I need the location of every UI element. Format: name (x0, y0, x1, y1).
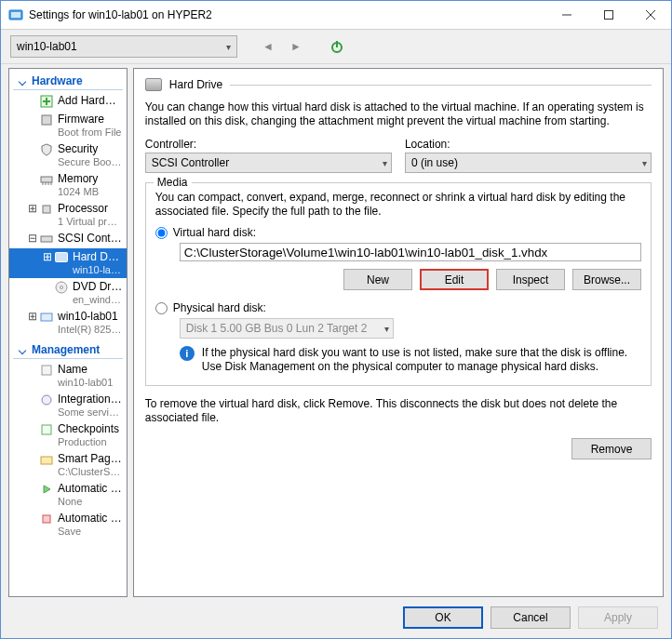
detail-panel: Hard Drive You can change how this virtu… (133, 68, 664, 597)
power-icon[interactable] (327, 36, 347, 57)
chevron-down-icon: ▾ (642, 158, 647, 168)
checkpoint-icon (39, 422, 54, 437)
node-smart-paging[interactable]: Smart Paging File LocationC:\ClusterStor… (9, 450, 127, 480)
vhd-radio[interactable] (155, 227, 168, 239)
location-select[interactable]: 0 (in use)▾ (405, 153, 652, 173)
services-icon (39, 393, 54, 407)
chevron-down-icon: ▾ (383, 158, 387, 168)
inspect-button[interactable]: Inspect (496, 269, 565, 290)
maximize-button[interactable] (587, 1, 629, 29)
node-dvd-drive[interactable]: DVD Driveen_windows_10_business_editi... (9, 278, 127, 308)
vhd-path-input[interactable] (180, 243, 641, 261)
svg-marker-27 (44, 486, 50, 493)
node-hard-drive[interactable]: ⊞ Hard Drivewin10-lab01_disk_1.vhdx (9, 248, 127, 278)
section-management[interactable]: Management (13, 339, 123, 359)
minimize-button[interactable] (545, 1, 587, 29)
node-add-hardware[interactable]: Add Hardware (9, 92, 127, 111)
new-button[interactable]: New (343, 269, 412, 290)
info-icon: i (180, 346, 195, 361)
expand-icon[interactable]: ⊞ (26, 310, 39, 323)
stop-icon (39, 512, 54, 526)
svg-point-21 (60, 286, 63, 289)
node-auto-stop[interactable]: Automatic Stop ActionSave (9, 510, 127, 539)
svg-rect-11 (42, 115, 51, 125)
svg-rect-17 (43, 206, 50, 213)
controller-icon (39, 232, 54, 246)
body: Hardware Add Hardware FirmwareBoot from … (1, 64, 671, 597)
node-firmware[interactable]: FirmwareBoot from File (9, 111, 127, 140)
edit-button[interactable]: Edit (420, 269, 489, 290)
disc-icon (54, 280, 69, 295)
chevron-down-icon: ▾ (384, 324, 389, 334)
add-icon (39, 94, 54, 109)
panel-title: Hard Drive (169, 78, 222, 91)
node-scsi-controller[interactable]: ⊟ SCSI Controller (9, 230, 127, 248)
svg-point-24 (42, 395, 51, 405)
window-title: Settings for win10-lab01 on HYPER2 (29, 8, 545, 21)
folder-icon (39, 452, 54, 467)
settings-window: Settings for win10-lab01 on HYPER2 win10… (0, 0, 672, 639)
cancel-button[interactable]: Cancel (491, 606, 571, 629)
titlebar: Settings for win10-lab01 on HYPER2 (1, 1, 671, 30)
memory-icon (39, 172, 54, 187)
media-legend: Media (154, 176, 192, 189)
vm-selector[interactable]: win10-lab01 ▾ (10, 35, 237, 58)
physical-info-text: If the physical hard disk you want to us… (202, 346, 641, 374)
controller-select[interactable]: SCSI Controller▾ (145, 153, 392, 173)
ok-button[interactable]: OK (403, 606, 483, 629)
physical-radio[interactable] (155, 302, 168, 314)
location-label: Location: (405, 138, 652, 151)
node-network-adapter[interactable]: ⊞ win10-lab01Intel(R) 82574L Gigabit Net… (9, 308, 127, 338)
vhd-radio-label: Virtual hard disk: (173, 226, 256, 239)
svg-rect-12 (41, 177, 52, 182)
node-processor[interactable]: ⊞ Processor1 Virtual processor (9, 200, 127, 230)
shield-icon (39, 142, 54, 157)
node-name[interactable]: Namewin10-lab01 (9, 361, 127, 391)
chip-icon (39, 113, 54, 127)
node-memory[interactable]: Memory1024 MB (9, 170, 127, 200)
svg-rect-23 (42, 366, 51, 375)
node-integration-services[interactable]: Integration ServicesSome services offere… (9, 391, 127, 420)
vm-selector-value: win10-lab01 (17, 40, 77, 53)
svg-rect-25 (42, 425, 51, 434)
svg-rect-22 (41, 313, 52, 321)
hard-drive-icon (145, 78, 162, 91)
collapse-icon[interactable]: ⊟ (26, 232, 39, 245)
browse-button[interactable]: Browse... (572, 269, 641, 290)
controller-label: Controller: (145, 138, 392, 151)
settings-tree: Hardware Add Hardware FirmwareBoot from … (8, 68, 128, 597)
start-icon (39, 482, 54, 497)
panel-intro: You can change how this virtual hard dis… (145, 100, 652, 128)
svg-rect-3 (604, 11, 612, 20)
media-group: Media You can compact, convert, expand, … (145, 182, 652, 386)
media-desc: You can compact, convert, expand, merge,… (155, 191, 641, 219)
physical-disk-select: Disk 1 5.00 GB Bus 0 Lun 2 Target 2▾ (180, 318, 394, 339)
nic-icon (39, 310, 54, 325)
tag-icon (39, 363, 54, 378)
physical-radio-label: Physical hard disk: (173, 301, 266, 314)
dialog-footer: OK Cancel Apply (1, 597, 671, 638)
svg-rect-18 (41, 236, 52, 242)
hard-drive-icon (54, 250, 69, 265)
expand-icon[interactable]: ⊞ (41, 250, 54, 263)
close-button[interactable] (629, 1, 671, 29)
expand-icon[interactable]: ⊞ (26, 202, 39, 215)
remove-text: To remove the virtual hard disk, click R… (145, 397, 652, 425)
cpu-icon (39, 202, 54, 217)
svg-rect-1 (11, 12, 20, 18)
node-checkpoints[interactable]: CheckpointsProduction (9, 420, 127, 450)
svg-rect-26 (41, 457, 52, 464)
app-icon (8, 7, 23, 22)
nav-forward-button[interactable]: ► (286, 36, 306, 57)
section-hardware[interactable]: Hardware (13, 71, 123, 90)
node-security[interactable]: SecuritySecure Boot enabled (9, 140, 127, 170)
svg-rect-28 (43, 515, 50, 523)
apply-button: Apply (578, 606, 658, 629)
node-auto-start[interactable]: Automatic Start ActionNone (9, 480, 127, 510)
chevron-down-icon: ▾ (226, 42, 231, 52)
nav-back-button[interactable]: ◄ (258, 36, 278, 57)
svg-rect-19 (56, 253, 68, 262)
remove-button[interactable]: Remove (571, 438, 652, 459)
toolbar: win10-lab01 ▾ ◄ ► (1, 30, 671, 64)
